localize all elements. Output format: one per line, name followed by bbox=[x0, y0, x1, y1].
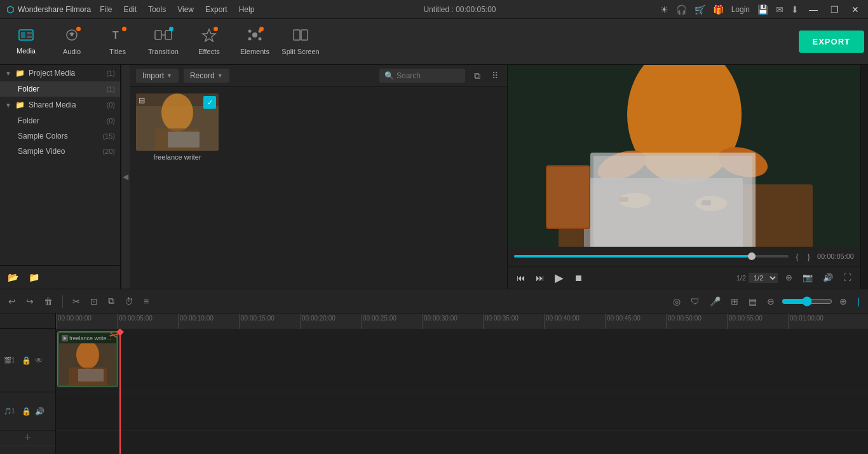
cut-button[interactable]: ✂ bbox=[69, 294, 83, 308]
menu-export[interactable]: Export bbox=[200, 4, 233, 15]
progress-thumb bbox=[748, 252, 756, 260]
sample-video-item[interactable]: Sample Video (20) bbox=[0, 144, 120, 159]
video-clip[interactable]: freelance write... ✂ bbox=[57, 331, 118, 387]
titlebar: ⬡ Wondershare Filmora File Edit Tools Vi… bbox=[0, 0, 868, 19]
toolbar-titles[interactable]: T Titles bbox=[95, 21, 140, 63]
preview-timecode: 00:00:05:00 bbox=[817, 252, 854, 260]
play-button[interactable]: ▶ bbox=[552, 270, 566, 286]
zoom-slider[interactable] bbox=[782, 296, 832, 306]
media-item-freelance-writer[interactable]: ✓ ▤ freelance writer bbox=[136, 93, 219, 161]
zoom-out-icon[interactable]: ⊖ bbox=[764, 294, 778, 308]
delete-button[interactable]: 🗑 bbox=[41, 294, 56, 308]
toolbar-elements[interactable]: Elements bbox=[233, 21, 277, 63]
lock-icon-audio[interactable]: 🔒 bbox=[22, 407, 31, 416]
login-button[interactable]: Login bbox=[731, 5, 750, 14]
ruler-marks-container: 00:00:00:00 00:00:05:00 00:00:10:00 00:0… bbox=[56, 313, 868, 329]
progress-track[interactable] bbox=[514, 255, 789, 258]
toolbar-effects[interactable]: Effects bbox=[187, 21, 231, 63]
message-icon[interactable]: ✉ bbox=[776, 4, 783, 15]
search-box: 🔍 bbox=[379, 69, 465, 83]
toolbar-splitscreen[interactable]: Split Screen bbox=[278, 21, 323, 63]
thumbnail-checkbox[interactable]: ✓ bbox=[203, 96, 216, 109]
project-media-count: (1) bbox=[107, 69, 115, 77]
svg-point-14 bbox=[259, 38, 262, 41]
eye-icon-video[interactable]: 👁 bbox=[35, 356, 43, 365]
redo-button[interactable]: ↪ bbox=[23, 294, 37, 308]
video-type-icon: ▤ bbox=[139, 96, 145, 104]
shared-media-header[interactable]: ▼ 📁 Shared Media (0) bbox=[0, 97, 120, 113]
toolbar-transition[interactable]: Transition bbox=[141, 21, 186, 63]
add-folder-button[interactable]: 📂 bbox=[5, 270, 21, 285]
lock-icon-video[interactable]: 🔒 bbox=[22, 356, 31, 365]
headphone-icon[interactable]: 🎧 bbox=[676, 4, 687, 15]
motion-icon[interactable]: ◎ bbox=[670, 294, 684, 308]
cart-icon[interactable]: 🛒 bbox=[695, 4, 705, 15]
folder-item[interactable]: Folder (1) bbox=[0, 81, 120, 97]
filter-icon[interactable]: ⧉ bbox=[470, 69, 484, 83]
mic-icon[interactable]: 🎤 bbox=[707, 294, 724, 308]
export-button[interactable]: EXPORT bbox=[799, 31, 864, 53]
ratio-value: 1/2 bbox=[736, 274, 746, 282]
add-to-timeline-button[interactable]: ⊕ bbox=[783, 272, 795, 284]
menu-view[interactable]: View bbox=[172, 4, 199, 15]
svg-point-5 bbox=[71, 34, 73, 36]
playhead[interactable] bbox=[119, 329, 121, 454]
import-button[interactable]: Import ▼ bbox=[136, 69, 179, 83]
new-folder-button[interactable]: 📁 bbox=[26, 270, 42, 285]
svg-rect-8 bbox=[165, 31, 172, 39]
menu-file[interactable]: File bbox=[95, 4, 117, 15]
sample-colors-item[interactable]: Sample Colors (15) bbox=[0, 128, 120, 144]
download-icon[interactable]: ⬇ bbox=[791, 4, 799, 15]
mark-out-button[interactable]: } bbox=[806, 252, 812, 261]
audio-track-number: 🎵1 bbox=[4, 408, 18, 415]
add-track-button[interactable]: + bbox=[0, 430, 55, 446]
folder-icon-project: 📁 bbox=[15, 69, 25, 78]
shared-folder-item[interactable]: Folder (0) bbox=[0, 113, 120, 128]
step-back-button[interactable]: ⏮ bbox=[514, 272, 528, 284]
zoom-in-icon[interactable]: ⊕ bbox=[836, 294, 850, 308]
search-input[interactable] bbox=[397, 71, 460, 80]
mark-in-button[interactable]: { bbox=[794, 252, 800, 261]
maximize-button[interactable]: ❐ bbox=[828, 3, 841, 16]
volume-button[interactable]: 🔊 bbox=[820, 272, 836, 284]
scrollbar-right[interactable] bbox=[860, 65, 868, 289]
more-button[interactable]: ≡ bbox=[140, 294, 152, 308]
toolbar-audio[interactable]: Audio bbox=[50, 21, 94, 63]
collapse-panel-button[interactable]: ◀ bbox=[121, 65, 130, 289]
save-icon[interactable]: 💾 bbox=[757, 4, 768, 15]
expand-arrow-project: ▼ bbox=[5, 70, 11, 77]
close-button[interactable]: ✕ bbox=[849, 3, 862, 16]
brightness-icon[interactable]: ☀ bbox=[660, 4, 668, 15]
subtitle-icon[interactable]: ▤ bbox=[745, 294, 760, 308]
toolbar-media[interactable]: Media bbox=[4, 21, 48, 63]
undo-button[interactable]: ↩ bbox=[5, 294, 19, 308]
stop-button[interactable]: ⏹ bbox=[571, 272, 585, 284]
volume-icon-audio[interactable]: 🔊 bbox=[35, 407, 44, 416]
crop-button[interactable]: ⊡ bbox=[87, 294, 101, 308]
gift-icon[interactable]: 🎁 bbox=[713, 4, 724, 15]
ratio-select[interactable]: 1/2Full1/4 bbox=[749, 273, 778, 283]
add-track-button[interactable]: | bbox=[854, 294, 863, 308]
ruler-mark-2: 00:00:10:00 bbox=[178, 313, 239, 329]
menu-edit[interactable]: Edit bbox=[119, 4, 142, 15]
project-media-header[interactable]: ▼ 📁 Project Media (1) bbox=[0, 65, 120, 81]
video-track-controls: 🎬1 🔒 👁 bbox=[0, 329, 55, 392]
audio-track-controls: 🎵1 🔒 🔊 bbox=[0, 392, 55, 430]
frame-back-button[interactable]: ⏭ bbox=[533, 272, 547, 284]
video-track-row: freelance write... ✂ bbox=[56, 329, 868, 392]
shield-icon[interactable]: 🛡 bbox=[688, 294, 703, 308]
screenshot-button[interactable]: 📷 bbox=[800, 272, 815, 284]
grid-view-icon[interactable]: ⠿ bbox=[489, 69, 501, 82]
folder-icon-shared: 📁 bbox=[15, 100, 25, 109]
menu-help[interactable]: Help bbox=[234, 4, 260, 15]
timeline-ruler[interactable]: 00:00:00:00 00:00:05:00 00:00:10:00 00:0… bbox=[56, 313, 868, 329]
menu-tools[interactable]: Tools bbox=[143, 4, 171, 15]
minimize-button[interactable]: — bbox=[806, 3, 820, 16]
effects-icon bbox=[201, 28, 217, 45]
timeline-main: 00:00:00:00 00:00:05:00 00:00:10:00 00:0… bbox=[56, 313, 868, 454]
fullscreen-button[interactable]: ⛶ bbox=[841, 272, 854, 284]
speed-button[interactable]: ⏱ bbox=[121, 294, 137, 308]
detach-icon[interactable]: ⊞ bbox=[728, 294, 742, 308]
record-button[interactable]: Record ▼ bbox=[184, 69, 229, 83]
transform-button[interactable]: ⧉ bbox=[105, 294, 118, 308]
